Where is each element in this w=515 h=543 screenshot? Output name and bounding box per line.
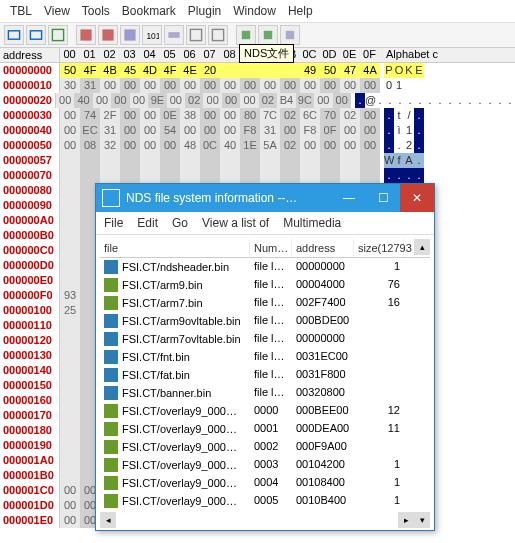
hex-byte[interactable]: 00 (100, 78, 120, 93)
hex-byte[interactable]: 00 (340, 78, 360, 93)
hex-byte[interactable] (60, 318, 80, 333)
hex-byte[interactable]: 00 (240, 78, 260, 93)
hex-byte[interactable]: 00 (167, 93, 185, 108)
toolbar-nds-btn[interactable]: NDS文件 (258, 25, 278, 45)
hex-byte[interactable]: 00 (333, 93, 351, 108)
file-row[interactable]: FSI.CT/arm7ovltable.binfile l…00000000 (100, 330, 430, 348)
hex-byte[interactable]: 00 (200, 108, 220, 123)
modal-menu-edit[interactable]: Edit (137, 216, 158, 230)
hex-byte[interactable]: 00 (240, 93, 258, 108)
hex-byte[interactable]: 00 (60, 138, 80, 153)
hex-byte[interactable] (60, 438, 80, 453)
hex-byte[interactable] (60, 168, 80, 183)
hex-byte[interactable] (220, 63, 240, 78)
hex-byte[interactable]: 00 (320, 78, 340, 93)
hex-byte[interactable]: 25 (60, 303, 80, 318)
hex-byte[interactable] (160, 153, 180, 168)
hex-byte[interactable]: 00 (60, 513, 80, 528)
file-row[interactable]: FSI.CT/arm7.binfile l…002F740016 (100, 294, 430, 312)
hex-byte[interactable] (220, 168, 240, 183)
toolbar-btn-1[interactable] (4, 25, 24, 45)
toolbar-btn-13[interactable] (280, 25, 300, 45)
menu-plugin[interactable]: Plugin (188, 4, 221, 18)
hex-byte[interactable] (60, 468, 80, 483)
hex-byte[interactable]: 93 (60, 288, 80, 303)
hex-byte[interactable] (240, 63, 260, 78)
hex-byte[interactable]: 80 (240, 108, 260, 123)
file-row[interactable]: FSI.CT/overlay9_000…0002000F9A00 (100, 438, 430, 456)
hex-byte[interactable]: 00 (160, 78, 180, 93)
hex-byte[interactable]: 00 (60, 108, 80, 123)
hex-byte[interactable]: F8 (300, 123, 320, 138)
file-row[interactable]: FSI.CT/banner.binfile l…00320800 (100, 384, 430, 402)
hex-byte[interactable] (80, 168, 100, 183)
hex-byte[interactable]: 00 (60, 123, 80, 138)
hex-byte[interactable]: 02 (259, 93, 277, 108)
hex-byte[interactable]: 2F (100, 108, 120, 123)
file-row[interactable]: FSI.CT/overlay9_000…0004001084001 (100, 474, 430, 492)
hex-byte[interactable]: 00 (140, 78, 160, 93)
file-row[interactable]: FSI.CT/ndsheader.binfile l…000000001 (100, 258, 430, 276)
hex-byte[interactable] (180, 168, 200, 183)
hex-byte[interactable]: 00 (111, 93, 129, 108)
hex-byte[interactable]: 31 (80, 78, 100, 93)
toolbar-btn-6[interactable] (120, 25, 140, 45)
hex-byte[interactable]: 31 (260, 123, 280, 138)
scroll-down-icon[interactable]: ▾ (414, 512, 430, 528)
hex-byte[interactable] (60, 423, 80, 438)
hex-byte[interactable]: 00 (160, 138, 180, 153)
toolbar-btn-7[interactable]: 101 (142, 25, 162, 45)
hex-byte[interactable]: 38 (180, 108, 200, 123)
hex-byte[interactable]: 02 (280, 108, 300, 123)
menu-window[interactable]: Window (233, 4, 276, 18)
hex-byte[interactable]: 00 (56, 93, 74, 108)
scroll-up-icon[interactable]: ▴ (414, 239, 430, 255)
maximize-button[interactable]: ☐ (366, 184, 400, 212)
hex-byte[interactable]: 00 (60, 498, 80, 513)
scroll-right-icon[interactable]: ▸ (398, 512, 414, 528)
hex-byte[interactable]: 00 (140, 138, 160, 153)
hex-byte[interactable] (320, 153, 340, 168)
hex-byte[interactable]: 50 (60, 63, 80, 78)
hex-byte[interactable] (180, 153, 200, 168)
hex-byte[interactable]: 1E (240, 138, 260, 153)
modal-menu-multimedia[interactable]: Multimedia (283, 216, 341, 230)
hex-byte[interactable]: 5A (260, 138, 280, 153)
menu-tbl[interactable]: TBL (10, 4, 32, 18)
hex-byte[interactable] (240, 168, 260, 183)
hex-byte[interactable] (60, 393, 80, 408)
hex-byte[interactable] (200, 168, 220, 183)
hex-byte[interactable] (100, 153, 120, 168)
hex-byte[interactable]: 50 (320, 63, 340, 78)
hex-byte[interactable] (60, 378, 80, 393)
hex-byte[interactable]: 00 (120, 123, 140, 138)
col-size[interactable]: size(12793 (354, 239, 404, 257)
file-row[interactable]: FSI.CT/arm9ovltable.binfile l…000BDE00 (100, 312, 430, 330)
hex-byte[interactable] (200, 153, 220, 168)
hex-byte[interactable] (60, 333, 80, 348)
hex-byte[interactable]: 54 (160, 123, 180, 138)
hex-byte[interactable]: 30 (60, 78, 80, 93)
hex-byte[interactable]: 02 (340, 108, 360, 123)
hex-byte[interactable]: 00 (203, 93, 221, 108)
hex-byte[interactable] (280, 168, 300, 183)
hex-byte[interactable]: 00 (140, 108, 160, 123)
hex-byte[interactable]: 74 (80, 108, 100, 123)
hex-byte[interactable] (360, 168, 380, 183)
hex-byte[interactable]: 00 (120, 78, 140, 93)
hex-byte[interactable]: 9E (148, 93, 166, 108)
menu-tools[interactable]: Tools (82, 4, 110, 18)
hex-byte[interactable]: 00 (200, 78, 220, 93)
hex-byte[interactable]: 00 (340, 138, 360, 153)
hex-byte[interactable]: 4E (180, 63, 200, 78)
minimize-button[interactable]: — (332, 184, 366, 212)
hex-byte[interactable] (60, 258, 80, 273)
hex-byte[interactable]: 47 (340, 63, 360, 78)
hex-byte[interactable]: 00 (340, 123, 360, 138)
hex-byte[interactable]: 02 (280, 138, 300, 153)
hex-byte[interactable]: 0E (160, 108, 180, 123)
hex-byte[interactable]: 00 (120, 108, 140, 123)
hex-byte[interactable] (260, 153, 280, 168)
modal-menu-file[interactable]: File (104, 216, 123, 230)
file-row[interactable]: FSI.CT/overlay9_000…0001000DEA0011 (100, 420, 430, 438)
